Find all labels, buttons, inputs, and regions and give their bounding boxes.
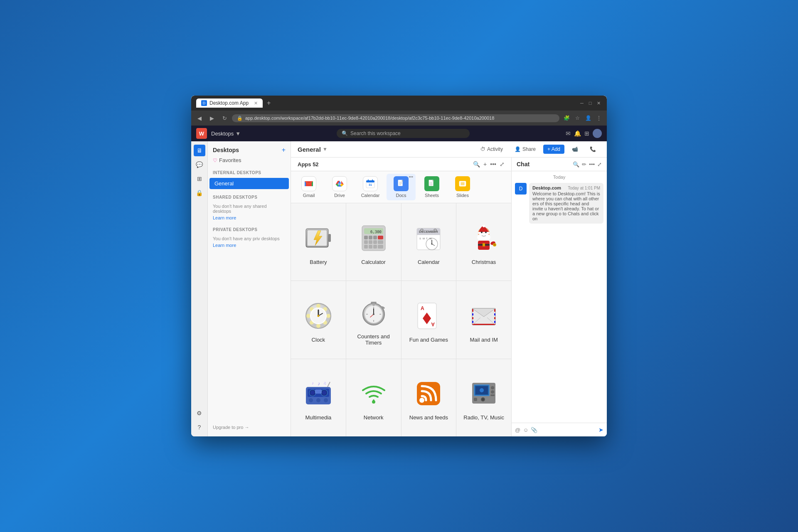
- user-avatar[interactable]: [593, 129, 602, 138]
- svg-rect-44: [378, 245, 383, 249]
- chat-emoji-icon[interactable]: ☺: [523, 427, 528, 433]
- shared-learn-more[interactable]: Learn more: [208, 215, 291, 222]
- multimedia-label: Multimedia: [305, 414, 331, 421]
- svg-rect-24: [461, 182, 464, 185]
- chat-title: Chat: [517, 161, 530, 167]
- chat-attach-icon[interactable]: 📎: [531, 427, 537, 433]
- app-tile-calculator[interactable]: 6,300: [346, 203, 401, 281]
- profile-icon[interactable]: 👤: [584, 113, 593, 123]
- activity-icon: ⏱: [480, 146, 485, 152]
- app-tile-mail[interactable]: Mail and IM: [456, 281, 511, 358]
- search-icon: 🔍: [342, 131, 348, 136]
- desktop-icon[interactable]: 🖥: [194, 145, 205, 156]
- quick-app-calendar[interactable]: 31 Calendar: [356, 174, 385, 200]
- chat-search-icon[interactable]: 🔍: [573, 161, 579, 167]
- chat-icon[interactable]: 💬: [194, 159, 205, 170]
- svg-point-75: [316, 304, 320, 308]
- quick-app-sheets[interactable]: Sheets: [417, 174, 446, 200]
- svg-rect-26: [328, 234, 331, 242]
- chat-mention-icon[interactable]: @: [515, 427, 520, 433]
- app-tile-battery[interactable]: Battery: [291, 203, 346, 281]
- add-button[interactable]: + Add: [543, 145, 564, 154]
- drive-label: Drive: [334, 193, 345, 198]
- video-button[interactable]: 📹: [568, 145, 582, 154]
- app-tile-network[interactable]: Network: [346, 359, 401, 436]
- workspace-header: General ▼ ⏱ Activity 👤 Share +: [291, 141, 607, 158]
- svg-text:S: S: [419, 237, 421, 240]
- security-icon[interactable]: 🔒: [194, 187, 205, 199]
- grid-icon[interactable]: ⊞: [584, 130, 589, 137]
- quick-apps-bar: Gmail: [291, 171, 511, 203]
- quick-app-gmail[interactable]: Gmail: [294, 174, 323, 200]
- private-learn-more[interactable]: Learn more: [208, 243, 291, 249]
- workspace-name[interactable]: Desktops ▼: [211, 131, 241, 137]
- new-tab-button[interactable]: +: [264, 99, 273, 108]
- menu-icon[interactable]: ⋮: [594, 113, 603, 123]
- search-bar[interactable]: 🔍 Search this workspace: [337, 129, 470, 138]
- share-button[interactable]: 👤 Share: [510, 145, 540, 154]
- svg-rect-92: [371, 302, 377, 303]
- address-bar[interactable]: 🔒 app.desktop.com/workspace/af17b2dd-bb1…: [232, 114, 559, 122]
- toolbar-icons: 🧩 ☆ 👤 ⋮: [562, 113, 603, 123]
- app-tile-counters[interactable]: Counters and Timers: [346, 281, 401, 358]
- mail-header-icon[interactable]: ✉: [566, 130, 571, 137]
- activity-button[interactable]: ⏱ Activity: [476, 145, 507, 154]
- more-options-icon[interactable]: •••: [490, 161, 496, 167]
- search-placeholder: Search this workspace: [350, 131, 401, 136]
- search-apps-icon[interactable]: 🔍: [473, 161, 480, 167]
- app-tile-christmas[interactable]: Christmas: [456, 203, 511, 281]
- shared-desktops-section: SHARED DESKTOPS: [208, 190, 291, 202]
- radio-label: Radio, TV, Music: [463, 414, 504, 421]
- maximize-button[interactable]: □: [587, 100, 594, 106]
- layout-icon[interactable]: ⊞: [194, 173, 205, 185]
- app-tile-multimedia[interactable]: ♪ ♫ ♪ Multimedia: [291, 359, 346, 436]
- close-button[interactable]: ✕: [595, 100, 602, 106]
- chat-send-button[interactable]: ➤: [598, 426, 603, 433]
- expand-icon[interactable]: ⤢: [500, 161, 505, 167]
- chat-compose-icon[interactable]: ✏: [582, 161, 586, 167]
- svg-text:A: A: [431, 321, 435, 327]
- svg-point-79: [316, 324, 320, 328]
- app-tile-fun[interactable]: A A Fun and Games: [401, 281, 456, 358]
- chat-message-time: Today at 1:01 PM: [568, 186, 600, 190]
- tab-area: D Desktop.com App ✕ +: [196, 99, 575, 108]
- app-tile-calendar[interactable]: DECEMBER S: [401, 203, 456, 281]
- quick-app-docs[interactable]: ••• Docs: [387, 174, 416, 200]
- settings-icon[interactable]: ⚙: [194, 407, 205, 419]
- back-button[interactable]: ◀: [195, 113, 204, 123]
- svg-rect-69: [483, 243, 485, 246]
- sidebar-item-general[interactable]: General: [209, 178, 289, 189]
- svg-rect-113: [494, 313, 495, 315]
- chat-footer: @ ☺ 📎 ➤: [512, 423, 607, 436]
- quick-app-slides[interactable]: Slides: [448, 174, 477, 200]
- minimize-button[interactable]: ─: [579, 100, 585, 106]
- tab-close-button[interactable]: ✕: [254, 101, 258, 106]
- extensions-icon[interactable]: 🧩: [562, 113, 571, 123]
- svg-point-119: [310, 391, 315, 395]
- bell-icon[interactable]: 🔔: [574, 130, 581, 137]
- svg-point-81: [306, 314, 310, 318]
- app-tile-radio[interactable]: Radio, TV, Music: [456, 359, 511, 436]
- add-app-icon[interactable]: +: [483, 161, 487, 167]
- svg-point-132: [419, 398, 424, 403]
- add-desktop-button[interactable]: +: [282, 146, 286, 154]
- help-icon[interactable]: ?: [194, 421, 205, 433]
- app-tile-news[interactable]: News and feeds: [401, 359, 456, 436]
- upgrade-button[interactable]: Upgrade to pro →: [208, 421, 291, 433]
- app-tile-clock[interactable]: Clock: [291, 281, 346, 358]
- svg-point-139: [491, 390, 494, 394]
- chat-more-icon[interactable]: •••: [589, 161, 595, 167]
- battery-app-icon: [302, 222, 335, 255]
- chat-date: Today: [515, 175, 603, 180]
- svg-point-125: [324, 398, 328, 402]
- chat-message-text: Welcome to Desktop.com! This is where yo…: [532, 191, 600, 221]
- active-tab[interactable]: D Desktop.com App ✕: [196, 99, 263, 108]
- forward-button[interactable]: ▶: [207, 113, 217, 123]
- sheets-label: Sheets: [425, 193, 439, 198]
- quick-app-drive[interactable]: Drive: [325, 174, 354, 200]
- bookmark-icon[interactable]: ☆: [573, 113, 582, 123]
- chat-expand-icon[interactable]: ⤢: [597, 161, 602, 167]
- call-button[interactable]: 📞: [586, 145, 600, 154]
- refresh-button[interactable]: ↻: [219, 113, 229, 123]
- workspace-title: General ▼: [298, 146, 328, 153]
